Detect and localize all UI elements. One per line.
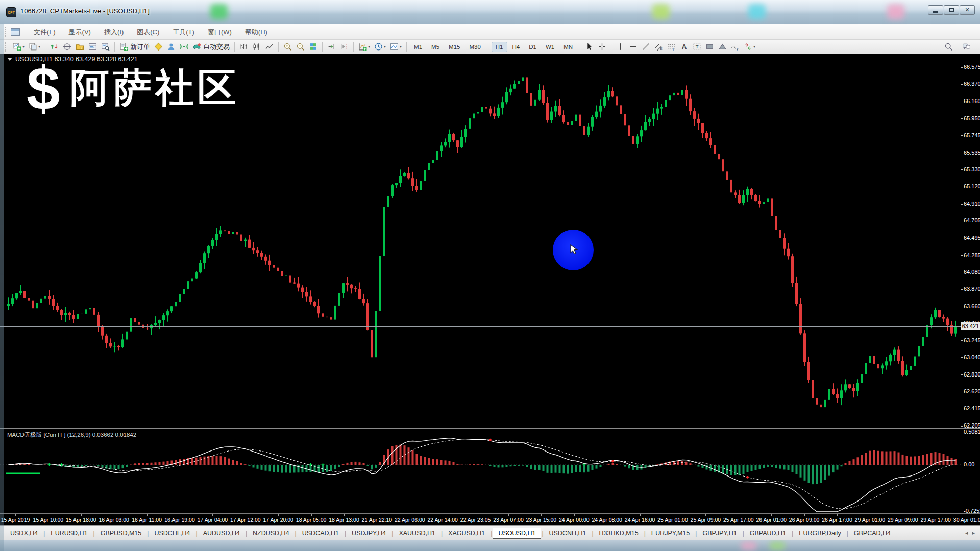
signals-button[interactable] [178,41,190,52]
metaeditor-button[interactable] [153,41,164,52]
strategy-tester-button[interactable] [100,41,111,52]
new-order-icon [119,42,128,51]
tab-scroll-left-button[interactable]: ◂ [965,530,968,536]
symbol-tab-nzdusd[interactable]: NZDUSD,H4 [248,528,295,538]
templates-button[interactable]: ▾ [388,41,403,52]
restore-button[interactable] [944,5,959,15]
timeframe-w1-button[interactable]: W1 [542,42,558,52]
symbol-tab-usdx[interactable]: USDX,H4 [5,528,43,538]
text-button[interactable]: A [678,41,690,52]
signals-icon [180,42,188,51]
line-chart-button[interactable] [263,41,275,52]
tile-windows-button[interactable] [307,41,319,52]
titlebar[interactable]: CPT 1066728: CPTMarkets-Live - [USOUSD,H… [0,0,980,24]
horizontal-line-button[interactable] [627,41,639,52]
autotrading-button[interactable]: 自动交易 [191,41,231,53]
menu-charts[interactable]: 图表(C) [130,26,166,39]
bar-chart-button[interactable] [238,41,250,52]
macd-axis-label: 0.00 [964,461,974,467]
mt4-window: CPT 1066728: CPTMarkets-Live - [USOUSD,H… [0,0,980,551]
symbol-tab-eurgbp[interactable]: EURGBP,Daily [794,528,846,538]
price-axis-tick [961,392,963,392]
glass-reflection [887,4,904,19]
text-label-button[interactable]: T [691,41,703,52]
community-button[interactable] [165,41,177,52]
symbol-tab-gbpusd[interactable]: GBPUSD,M15 [95,528,147,538]
tab-separator: | [743,530,744,537]
tab-separator: | [695,530,697,537]
new-order-button[interactable]: 新订单 [118,41,152,53]
symbol-tab-usdcad[interactable]: USDCAD,H1 [297,528,344,538]
fibonacci-retracement-button[interactable]: F [666,41,677,52]
menu-help[interactable]: 帮助(H) [238,26,274,39]
equidistant-channel-button[interactable]: E [653,41,665,52]
triangle-button[interactable] [717,41,728,52]
periods-button[interactable]: ▾ [373,41,387,52]
macd-pane-canvas[interactable] [0,429,961,513]
symbol-tab-xauusd[interactable]: XAUUSD,H1 [394,528,440,538]
symbol-tab-h33hkd[interactable]: H33HKD,M15 [594,528,644,538]
market-watch-button[interactable] [48,41,60,52]
timeframe-mn-button[interactable]: MN [559,42,577,52]
indicators-button[interactable]: ▾ [357,41,372,52]
toolbar-drag-handle[interactable] [5,42,8,52]
timeframe-h4-button[interactable]: H4 [508,42,524,52]
symbol-tab-gbpaud[interactable]: GBPAUD,H1 [745,528,791,538]
timeframe-d1-button[interactable]: D1 [525,42,541,52]
time-axis-tick [804,514,805,516]
vertical-line-button[interactable] [615,41,626,52]
navigator-button[interactable] [74,41,86,52]
data-window-button[interactable] [61,41,73,52]
time-axis[interactable]: 15 Apr 201915 Apr 10:0015 Apr 18:0016 Ap… [0,513,980,525]
symbol-tab-gbpcad[interactable]: GBPCAD,H4 [849,528,896,538]
symbol-tab-eurusd[interactable]: EURUSD,H1 [45,528,92,538]
time-axis-label: 26 Apr 09:00 [789,517,820,523]
timeframe-m30-button[interactable]: M30 [465,42,484,52]
menu-tools[interactable]: 工具(T) [166,26,201,39]
cursor-button[interactable] [583,41,595,52]
auto-scroll-button[interactable] [326,41,337,52]
candlestick-chart-button[interactable] [251,41,262,52]
price-axis-label: 64.705 [964,217,980,223]
periods-icon [374,42,383,51]
fibonacci-channel-button[interactable]: F [729,41,741,52]
symbol-tab-eurjpy[interactable]: EURJPY,M15 [646,528,695,538]
symbol-ohlc-label[interactable]: USOUSD,H1 63.340 63.429 63.320 63.421 [7,56,138,63]
menu-view[interactable]: 显示(V) [62,26,97,39]
zoom-in-button[interactable] [282,41,293,52]
new-chart-button[interactable]: ▾ [11,41,26,52]
chart-shift-button[interactable] [338,41,350,52]
arrows-button[interactable]: ▾ [742,41,757,52]
symbol-tab-usdchf[interactable]: USDCHF,H4 [149,528,195,538]
close-button[interactable]: ✕ [960,5,975,15]
symbol-tab-xagusd[interactable]: XAGUSD,H1 [443,528,490,538]
zoom-out-button[interactable] [295,41,306,52]
timeframe-m5-button[interactable]: M5 [427,42,444,52]
menu-insert[interactable]: 插入(I) [97,26,130,39]
menu-window[interactable]: 窗口(W) [201,26,238,39]
symbol-tab-usousd[interactable]: USOUSD,H1 [493,528,541,539]
timeframe-m1-button[interactable]: M1 [410,42,426,52]
symbol-tab-usdcnh[interactable]: USDCNH,H1 [544,528,592,538]
timeframe-h1-button[interactable]: H1 [492,42,507,52]
symbol-tab-usdjpy[interactable]: USDJPY,H4 [347,528,391,538]
search-button[interactable] [943,41,954,52]
chat-button[interactable] [961,41,972,52]
trendline-button[interactable] [640,41,652,52]
menu-file[interactable]: 文件(F) [27,26,62,39]
price-axis-label: 63.870 [964,286,980,292]
toolbar-drag-handle[interactable] [5,27,8,37]
toolbar: ▾▾新订单自动交易▾▾▾M1M5M15M30H1H4D1W1MNEFATF▾ [0,40,980,54]
terminal-button[interactable] [87,41,99,52]
vertical-line-icon [616,42,625,51]
symbol-tab-gbpjpy[interactable]: GBPJPY,H1 [697,528,742,538]
tab-scroll-right-button[interactable]: ▸ [972,530,975,536]
minimize-button[interactable] [928,5,943,15]
price-axis-tick [961,221,963,221]
crosshair-button[interactable] [596,41,608,52]
rectangle-button[interactable] [704,41,716,52]
symbol-tab-audusd[interactable]: AUDUSD,H4 [198,528,245,538]
timeframe-m15-button[interactable]: M15 [445,42,464,52]
chart-region[interactable]: $ 阿萨社区 USOUSD,H1 63.340 63.429 63.320 63… [0,54,980,551]
profiles-button[interactable]: ▾ [27,41,42,52]
